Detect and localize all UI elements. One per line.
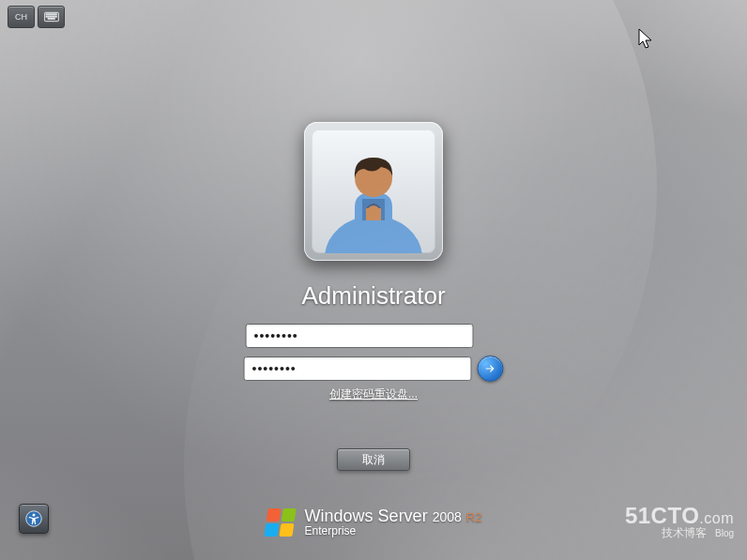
svg-rect-5: [53, 14, 54, 15]
watermark: 51CTO.com 技术博客 Blog: [625, 504, 734, 539]
svg-rect-11: [53, 16, 54, 17]
brand-product-line: Windows Server 2008 R2: [305, 507, 482, 525]
person-icon: [325, 141, 422, 253]
cancel-button[interactable]: 取消: [337, 448, 410, 471]
password-row-1: [246, 324, 502, 348]
password-reset-row: 创建密码重设盘...: [0, 385, 747, 402]
svg-rect-7: [46, 16, 47, 17]
accessibility-icon: [25, 510, 42, 527]
arrow-right-icon: [484, 362, 497, 375]
password-row-2: [244, 356, 504, 382]
login-screen: CH Administrator: [0, 0, 747, 560]
user-avatar: [312, 129, 435, 253]
svg-rect-3: [50, 14, 51, 15]
svg-rect-13: [48, 18, 54, 19]
svg-point-14: [325, 216, 422, 253]
mouse-cursor-icon: [638, 28, 653, 51]
watermark-tagline-en: Blog: [715, 528, 734, 538]
svg-rect-12: [55, 16, 56, 17]
ime-switch-button[interactable]: CH: [8, 6, 35, 28]
svg-point-18: [33, 513, 36, 516]
ease-of-access-button[interactable]: [19, 504, 49, 534]
create-password-reset-disk-link[interactable]: 创建密码重设盘...: [329, 387, 418, 401]
svg-rect-1: [46, 14, 47, 15]
ime-label: CH: [15, 12, 27, 22]
keyboard-icon: [44, 11, 59, 23]
svg-rect-2: [48, 14, 49, 15]
windows-flag-icon: [263, 507, 297, 537]
watermark-tagline-cn: 技术博客: [662, 526, 707, 539]
svg-rect-9: [50, 16, 51, 17]
svg-rect-6: [55, 14, 56, 15]
svg-rect-10: [52, 16, 53, 17]
onscreen-keyboard-button[interactable]: [38, 6, 65, 28]
password-input-1[interactable]: [246, 324, 474, 348]
password-input-2[interactable]: [244, 356, 472, 381]
username-label: Administrator: [0, 281, 747, 310]
watermark-site: 51CTO: [625, 503, 699, 528]
submit-login-button[interactable]: [478, 356, 504, 382]
svg-rect-8: [48, 16, 49, 17]
user-avatar-frame: [304, 122, 443, 261]
watermark-domain: .com: [699, 510, 734, 526]
windows-branding: Windows Server 2008 R2 Enterprise: [266, 507, 482, 537]
cancel-label: 取消: [362, 452, 385, 468]
brand-edition: Enterprise: [305, 525, 482, 537]
svg-rect-4: [52, 14, 53, 15]
